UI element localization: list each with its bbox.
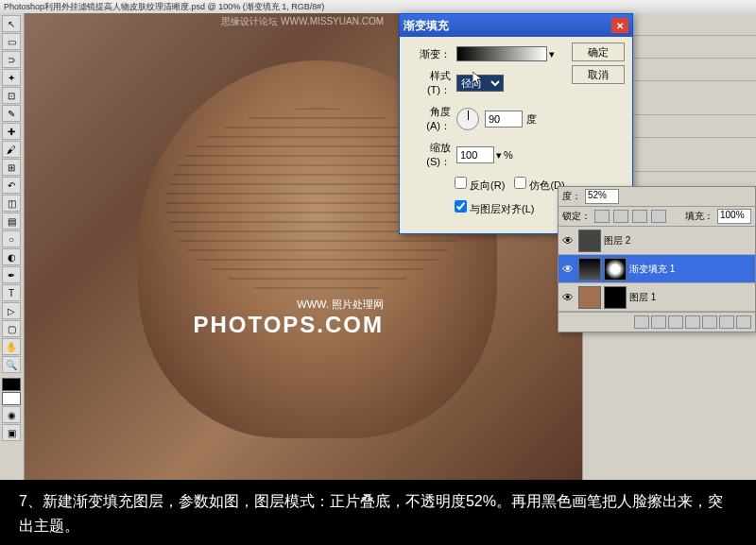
- watermark-bottom: WWW. 照片处理网 PHOTOPS.COM: [193, 298, 384, 338]
- zoom-tool[interactable]: 🔍: [2, 356, 21, 373]
- tools-panel: ↖ ▭ ⊃ ✦ ⊡ ✎ ✚ 🖌 ⊞ ↶ ◫ ▤ ○ ◐ ✒ T ▷ ▢ ✋ 🔍 …: [0, 13, 25, 480]
- lock-all-icon[interactable]: [651, 210, 666, 223]
- layer-mask-thumbnail[interactable]: [604, 258, 627, 281]
- layer-group-icon[interactable]: [702, 315, 717, 329]
- background-color[interactable]: [2, 392, 21, 405]
- chevron-down-icon[interactable]: ▾: [496, 149, 502, 162]
- eraser-tool[interactable]: ◫: [2, 195, 21, 212]
- opacity-label: 度：: [562, 190, 581, 203]
- healing-tool[interactable]: ✚: [2, 123, 21, 140]
- chevron-down-icon[interactable]: ▾: [549, 48, 555, 60]
- adjustment-layer-icon[interactable]: [685, 315, 700, 329]
- new-layer-icon[interactable]: [719, 315, 734, 329]
- visibility-icon[interactable]: 👁: [560, 234, 576, 247]
- layers-panel: 度： 52% 锁定： 填充： 100% 👁 图层 2 👁 渐变填充 1 👁 图层…: [558, 186, 756, 332]
- layer-thumbnail[interactable]: [578, 286, 601, 309]
- document-title: Photoshop利用外挂滤镜提高人物皮肤纹理清晰度.psd @ 100% (渐…: [4, 2, 324, 11]
- layer-mask-thumbnail[interactable]: [604, 286, 627, 309]
- layer-thumbnail[interactable]: [578, 258, 601, 281]
- marquee-tool[interactable]: ▭: [2, 33, 21, 50]
- layer-row[interactable]: 👁 渐变填充 1: [558, 255, 755, 283]
- scale-unit: %: [504, 149, 513, 161]
- quickmask-tool[interactable]: ◉: [2, 406, 21, 423]
- move-tool[interactable]: ↖: [2, 15, 21, 32]
- dialog-title: 渐变填充: [404, 18, 449, 34]
- dialog-titlebar[interactable]: 渐变填充 ✕: [400, 14, 632, 37]
- dodge-tool[interactable]: ◐: [2, 248, 21, 265]
- pen-tool[interactable]: ✒: [2, 266, 21, 283]
- history-brush-tool[interactable]: ↶: [2, 177, 21, 194]
- layer-mask-icon[interactable]: [668, 315, 683, 329]
- tutorial-caption: 7、新建渐变填充图层，参数如图，图层模式：正片叠底，不透明度52%。再用黑色画笔…: [0, 480, 756, 545]
- delete-layer-icon[interactable]: [736, 315, 751, 329]
- align-checkbox[interactable]: 与图层对齐(L): [455, 200, 535, 216]
- link-layers-icon[interactable]: [634, 315, 649, 329]
- brush-tool[interactable]: 🖌: [2, 141, 21, 158]
- layer-fx-icon[interactable]: [651, 315, 666, 329]
- layer-row[interactable]: 👁 图层 1: [558, 283, 755, 312]
- type-tool[interactable]: T: [2, 284, 21, 301]
- angle-label: 角度(A)：: [407, 105, 451, 133]
- eyedropper-tool[interactable]: ✎: [2, 105, 21, 122]
- wand-tool[interactable]: ✦: [2, 69, 21, 86]
- scale-input[interactable]: [456, 146, 494, 163]
- gradient-preview[interactable]: [456, 46, 547, 61]
- scale-label: 缩放(S)：: [407, 141, 451, 169]
- style-label: 样式(T)：: [407, 69, 451, 97]
- gradient-tool[interactable]: ▤: [2, 213, 21, 230]
- reverse-checkbox[interactable]: 反向(R): [455, 177, 505, 193]
- lock-image-icon[interactable]: [613, 210, 628, 223]
- visibility-icon[interactable]: 👁: [560, 291, 576, 304]
- layer-thumbnail[interactable]: [578, 230, 601, 252]
- gradient-label: 渐变：: [407, 47, 451, 61]
- angle-unit: 度: [526, 112, 537, 127]
- cursor-icon: [472, 72, 488, 87]
- visibility-icon[interactable]: 👁: [560, 263, 576, 276]
- watermark-top: 思缘设计论坛 WWW.MISSYUAN.COM: [221, 15, 384, 28]
- opacity-value[interactable]: 52%: [585, 189, 619, 204]
- fill-label: 填充：: [685, 210, 713, 223]
- ok-button[interactable]: 确定: [572, 43, 625, 61]
- angle-dial-icon[interactable]: [456, 108, 479, 130]
- blur-tool[interactable]: ○: [2, 230, 21, 247]
- layer-row[interactable]: 👁 图层 2: [558, 227, 755, 255]
- fill-value[interactable]: 100%: [717, 209, 751, 224]
- shape-tool[interactable]: ▢: [2, 320, 21, 337]
- hand-tool[interactable]: ✋: [2, 338, 21, 355]
- screenmode-tool[interactable]: ▣: [2, 424, 21, 441]
- angle-input[interactable]: [485, 111, 523, 128]
- layer-name[interactable]: 图层 1: [629, 291, 656, 304]
- cancel-button[interactable]: 取消: [572, 65, 625, 84]
- lock-label: 锁定：: [562, 210, 591, 223]
- lock-transparent-icon[interactable]: [594, 210, 610, 223]
- crop-tool[interactable]: ⊡: [2, 87, 21, 104]
- stamp-tool[interactable]: ⊞: [2, 159, 21, 176]
- path-tool[interactable]: ▷: [2, 302, 21, 319]
- layer-name[interactable]: 渐变填充 1: [629, 263, 675, 276]
- window-titlebar: Photoshop利用外挂滤镜提高人物皮肤纹理清晰度.psd @ 100% (渐…: [0, 0, 756, 13]
- layer-name[interactable]: 图层 2: [604, 234, 630, 247]
- foreground-color[interactable]: [2, 378, 21, 391]
- lasso-tool[interactable]: ⊃: [2, 51, 21, 68]
- lock-position-icon[interactable]: [632, 210, 647, 223]
- close-icon[interactable]: ✕: [611, 18, 628, 33]
